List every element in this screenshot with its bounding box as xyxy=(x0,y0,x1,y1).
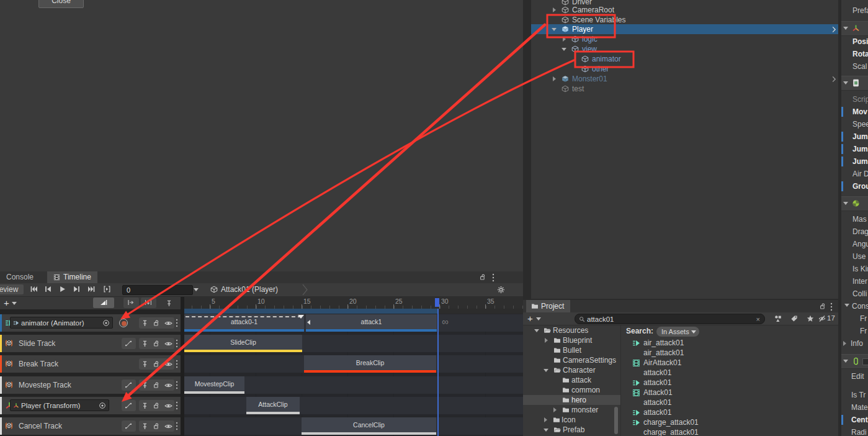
menu-dots-icon[interactable] xyxy=(493,274,494,281)
foldout-arrow-icon[interactable] xyxy=(843,27,848,30)
curves-button[interactable] xyxy=(122,379,136,391)
favorites-button[interactable] xyxy=(803,313,818,324)
object-picker-icon[interactable] xyxy=(100,402,105,408)
tree-item-common[interactable]: common xyxy=(523,385,620,395)
result-item[interactable]: attack01 xyxy=(621,378,838,388)
track-menu-icon[interactable] xyxy=(176,381,177,389)
foldout-arrow-icon[interactable] xyxy=(843,360,848,363)
script-component-header[interactable] xyxy=(841,76,868,91)
inspector-row[interactable]: Use xyxy=(841,250,868,263)
search-scope-dropdown[interactable]: In Assets xyxy=(656,327,699,337)
foldout-arrow-icon[interactable] xyxy=(843,202,848,205)
object-picker-icon[interactable] xyxy=(104,320,109,325)
inspector-row[interactable]: Is Tr xyxy=(841,389,868,401)
tree-item-character[interactable]: Character xyxy=(523,365,620,375)
result-item[interactable]: attack01 xyxy=(621,407,838,417)
player-binding-field[interactable]: Player (Transform) xyxy=(10,399,109,411)
previous-frame-button[interactable] xyxy=(42,284,55,294)
hierarchy-item-cameraroot[interactable]: CameraRoot xyxy=(531,5,838,15)
tree-item-icon[interactable]: Icon xyxy=(523,415,620,425)
collapse-arrow-icon[interactable] xyxy=(544,369,548,372)
eye-icon[interactable] xyxy=(165,322,172,325)
current-frame-field[interactable]: 0 xyxy=(122,285,193,295)
animator-binding-field[interactable]: animator (Animator) xyxy=(10,317,113,329)
inspector-row[interactable]: Posi xyxy=(841,35,868,48)
clip-attackclip[interactable]: AttackClip xyxy=(246,397,300,414)
play-range-button[interactable] xyxy=(101,284,114,294)
result-item[interactable]: attack01 xyxy=(621,397,838,407)
create-asset-button[interactable]: + xyxy=(527,312,533,325)
inspector-row-info[interactable]: Info xyxy=(841,337,868,350)
search-by-type-button[interactable] xyxy=(771,313,785,324)
result-item[interactable]: AirAttack01 xyxy=(621,358,838,368)
lock-icon[interactable] xyxy=(821,304,825,309)
inspector-row[interactable]: Air D xyxy=(841,168,868,180)
inspector-row[interactable]: Jum xyxy=(841,130,868,143)
hidden-count-button[interactable]: 17 xyxy=(818,313,838,324)
track-menu-icon[interactable] xyxy=(176,340,177,347)
goto-end-button[interactable] xyxy=(85,284,99,294)
lock-icon[interactable] xyxy=(154,424,158,429)
inspector-row[interactable]: Jum xyxy=(841,155,868,168)
track-header-break[interactable]: Break Track xyxy=(0,355,181,373)
timeline-end-line[interactable] xyxy=(437,309,439,436)
inspector-row[interactable]: Colli xyxy=(841,288,868,300)
inspector-row-edit-collider[interactable]: Edit xyxy=(841,370,868,383)
track-menu-icon[interactable] xyxy=(176,360,177,368)
inspector-row[interactable]: Radi xyxy=(841,426,868,436)
track-header-movestep[interactable]: Movestep Track xyxy=(0,376,181,394)
preview-button[interactable]: review xyxy=(0,284,24,294)
transform-component-header[interactable] xyxy=(841,21,868,36)
search-by-label-button[interactable] xyxy=(787,313,802,324)
clip-cancelclip[interactable]: CancelClip xyxy=(302,417,436,435)
hierarchy-item-player[interactable]: Player xyxy=(531,24,838,34)
add-track-button[interactable]: + xyxy=(4,297,9,309)
tree-item-attack[interactable]: attack xyxy=(523,375,620,385)
pin-icon[interactable] xyxy=(143,361,146,367)
result-item[interactable]: charge_attack01 xyxy=(621,417,838,427)
clip-attack1[interactable]: attack1 xyxy=(306,314,437,332)
record-button[interactable] xyxy=(117,317,130,329)
inspector-row[interactable]: Scal xyxy=(841,60,868,73)
inspector-row[interactable]: Mas xyxy=(841,213,868,225)
clip-attack0-1[interactable]: attack0-1 xyxy=(184,314,304,332)
expand-arrow-icon[interactable] xyxy=(544,417,547,422)
hierarchy-item-other[interactable]: other xyxy=(531,64,838,74)
clear-search-icon[interactable]: × xyxy=(756,316,760,323)
lock-icon[interactable] xyxy=(154,383,158,388)
collapse-arrow-icon[interactable] xyxy=(544,429,548,432)
inspector-row[interactable]: Rota xyxy=(841,48,868,60)
tree-item-blueprint[interactable]: Blueprint xyxy=(523,335,620,345)
hierarchy-item-test[interactable]: test xyxy=(531,84,838,94)
menu-dots-icon[interactable] xyxy=(831,303,832,311)
curves-button[interactable] xyxy=(122,400,136,411)
lock-icon[interactable] xyxy=(154,361,158,366)
inspector-row[interactable]: Mov xyxy=(841,106,868,118)
pin-icon[interactable] xyxy=(143,383,146,388)
track-header-slide[interactable]: Slide Track xyxy=(0,335,181,352)
track-menu-icon[interactable] xyxy=(176,319,177,327)
tab-console[interactable]: Console xyxy=(0,271,40,283)
foldout-arrow-icon[interactable] xyxy=(844,304,849,307)
inspector-row[interactable]: Grou xyxy=(841,180,868,193)
mix-mode-button[interactable] xyxy=(93,297,114,308)
clip-breakclip[interactable]: BreakClip xyxy=(304,355,436,373)
track-header-animator[interactable]: animator (Animator) xyxy=(0,314,181,332)
component-checkbox[interactable] xyxy=(862,358,868,365)
eye-icon[interactable] xyxy=(165,384,172,387)
result-item[interactable]: Attack01 xyxy=(621,388,838,397)
collapse-arrow-icon[interactable] xyxy=(552,28,557,31)
timeline-end-marker[interactable] xyxy=(435,298,439,307)
inspector-row[interactable]: Drag xyxy=(841,225,868,238)
tree-item-hero[interactable]: hero xyxy=(523,395,620,405)
expand-arrow-icon[interactable] xyxy=(563,37,566,42)
collapse-arrow-icon[interactable] xyxy=(534,329,539,332)
timeline-settings-gear-icon[interactable] xyxy=(498,286,504,293)
result-item[interactable]: charge_attack01 xyxy=(621,427,838,436)
track-menu-icon[interactable] xyxy=(176,402,177,409)
inspector-row[interactable]: Spee xyxy=(841,118,868,130)
prefab-open-chevron-icon[interactable] xyxy=(833,27,835,32)
prefab-open-chevron-icon[interactable] xyxy=(833,76,835,81)
replace-mode-button[interactable] xyxy=(141,297,156,308)
hierarchy-item-view[interactable]: view xyxy=(531,44,838,54)
